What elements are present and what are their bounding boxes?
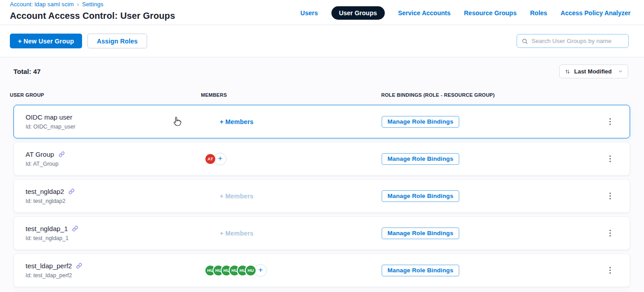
content-area: Total: 47 Last Modified USER GROUP MEMBE… [0, 57, 644, 291]
row-menu-button[interactable] [607, 153, 614, 165]
member-avatar[interactable]: AT [205, 153, 216, 165]
external-link-icon [76, 263, 82, 269]
role-bindings-cell: Manage Role Bindings [382, 265, 606, 276]
user-group-name: OIDC map user [26, 113, 72, 121]
access-control-tabs: Users User Groups Service Accounts Resou… [300, 6, 631, 20]
row-menu-cell [607, 116, 630, 128]
tab-service-accounts[interactable]: Service Accounts [398, 9, 451, 17]
toolbar: + New User Group Assign Roles [0, 25, 644, 57]
search-input[interactable] [531, 38, 624, 44]
user-group-id: Id: test_ngldap2 [26, 198, 201, 204]
table-row[interactable]: AT Group Id: AT_Group AT + Manage Role B… [13, 142, 630, 176]
add-members-link[interactable]: + Members [220, 193, 253, 200]
new-user-group-button[interactable]: + New User Group [10, 34, 82, 48]
add-members-link[interactable]: + Members [220, 230, 253, 237]
role-bindings-cell: Manage Role Bindings [382, 153, 606, 165]
user-group-cell: test_ngldap2 Id: test_ngldap2 [14, 188, 201, 204]
manage-role-bindings-button[interactable]: Manage Role Bindings [382, 228, 459, 239]
user-group-list: OIDC map user Id: OIDC_map_user + Member… [0, 105, 644, 292]
tab-access-policy-analyzer[interactable]: Access Policy Analyzer [561, 9, 631, 17]
breadcrumb-settings-link[interactable]: Settings [82, 1, 104, 8]
members-cell: + Members [201, 229, 382, 237]
breadcrumb-account-link[interactable]: Account: ldap saml scim [10, 1, 74, 8]
table-row[interactable]: test_ngldap_1 Id: test_ngldap_1 + Member… [13, 216, 630, 250]
sort-dropdown[interactable]: Last Modified [559, 64, 628, 78]
user-group-name: test_ngldap2 [26, 188, 64, 195]
external-link-icon [59, 151, 65, 157]
members-cell: + Members [201, 192, 382, 200]
search-box[interactable] [517, 34, 629, 48]
role-bindings-cell: Manage Role Bindings [382, 116, 606, 128]
user-group-name: test_ldap_perf2 [26, 262, 72, 270]
user-group-id: Id: test_ngldap_1 [26, 235, 201, 241]
user-group-id: Id: AT_Group [26, 161, 201, 167]
manage-role-bindings-button[interactable]: Manage Role Bindings [382, 153, 459, 165]
content-bar: Total: 47 Last Modified [0, 64, 644, 78]
row-menu-button[interactable] [607, 116, 614, 128]
breadcrumb: Account: ldap saml scim›Settings [10, 1, 175, 8]
tab-users[interactable]: Users [300, 9, 318, 17]
table-row[interactable]: test_ldap_perf2 Id: test_ldap_perf2 HU H… [13, 253, 630, 287]
column-header-user-group: USER GROUP [10, 92, 201, 98]
manage-role-bindings-button[interactable]: Manage Role Bindings [382, 190, 459, 202]
manage-role-bindings-button[interactable]: Manage Role Bindings [382, 116, 459, 128]
column-header-members: MEMBERS [201, 92, 381, 98]
page-title: Account Access Control: User Groups [10, 11, 175, 21]
role-bindings-cell: Manage Role Bindings [382, 228, 606, 239]
user-group-cell: AT Group Id: AT_Group [14, 150, 201, 167]
row-menu-cell [607, 153, 630, 165]
members-cell: HU HU HU HU HU HU + [201, 264, 382, 277]
add-members-link[interactable]: + Members [220, 118, 253, 125]
search-icon [522, 38, 528, 44]
members-cell: AT + [201, 153, 382, 165]
user-group-cell: test_ldap_perf2 Id: test_ldap_perf2 [14, 262, 201, 279]
column-header-role-bindings: ROLE BINDINGS (ROLE - RESOURCE GROUP) [381, 92, 644, 98]
chevron-down-icon [618, 69, 623, 74]
table-header: USER GROUP MEMBERS ROLE BINDINGS (ROLE -… [0, 92, 644, 98]
tab-resource-groups[interactable]: Resource Groups [464, 9, 516, 17]
tab-user-groups[interactable]: User Groups [331, 6, 385, 20]
role-bindings-cell: Manage Role Bindings [382, 190, 606, 202]
row-menu-button[interactable] [607, 264, 614, 277]
sort-selected-value: Last Modified [574, 68, 612, 75]
page-header: Account: ldap saml scim›Settings Account… [0, 0, 644, 25]
external-link-icon [69, 189, 74, 194]
toolbar-actions: + New User Group Assign Roles [10, 34, 147, 48]
manage-role-bindings-button[interactable]: Manage Role Bindings [382, 265, 459, 276]
user-group-cell: test_ngldap_1 Id: test_ngldap_1 [14, 225, 201, 241]
total-count: Total: 47 [13, 68, 41, 75]
members-cell: + Members [201, 118, 382, 126]
row-menu-button[interactable] [607, 190, 614, 202]
assign-roles-button[interactable]: Assign Roles [87, 34, 147, 48]
row-menu-button[interactable] [607, 227, 614, 240]
sort-arrows-icon [565, 69, 570, 75]
table-row[interactable]: test_ngldap2 Id: test_ngldap2 + Members … [13, 179, 630, 213]
row-menu-cell [607, 190, 630, 202]
user-group-id: Id: test_ldap_perf2 [26, 272, 201, 279]
tab-roles[interactable]: Roles [530, 9, 547, 17]
header-left: Account: ldap saml scim›Settings Account… [10, 1, 175, 21]
member-avatar[interactable]: HU [245, 265, 257, 276]
user-group-cell: OIDC map user Id: OIDC_map_user [14, 113, 201, 130]
breadcrumb-separator-icon: › [77, 1, 78, 8]
external-link-icon [72, 226, 78, 232]
user-group-name: AT Group [26, 150, 54, 158]
user-group-name: test_ngldap_1 [26, 225, 68, 232]
table-row[interactable]: OIDC map user Id: OIDC_map_user + Member… [13, 105, 630, 138]
user-groups-page: Account: ldap saml scim›Settings Account… [0, 0, 644, 292]
row-menu-cell [607, 264, 630, 277]
user-group-id: Id: OIDC_map_user [26, 124, 201, 130]
row-menu-cell [607, 227, 630, 240]
